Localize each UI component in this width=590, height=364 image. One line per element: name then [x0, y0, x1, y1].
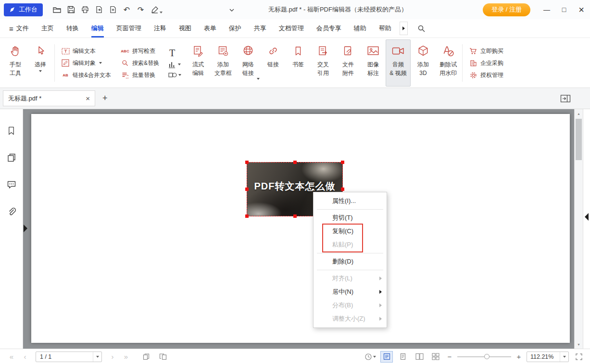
- scroll-down-icon[interactable]: ▼: [575, 341, 583, 348]
- chart-tool[interactable]: [168, 61, 181, 68]
- resize-handle[interactable]: [245, 188, 249, 191]
- edit-text-button[interactable]: 编辑文本: [61, 47, 111, 55]
- menu-share[interactable]: 共享: [248, 19, 273, 38]
- pages-panel-icon[interactable]: [6, 152, 17, 163]
- menu-protect[interactable]: 保护: [223, 19, 248, 38]
- scroll-up-icon[interactable]: ▲: [575, 110, 583, 117]
- zoom-level-box[interactable]: 112.21%: [527, 351, 569, 362]
- menu-paste[interactable]: 粘贴(P): [314, 238, 387, 251]
- menu-file[interactable]: ≡ 文件: [3, 19, 35, 38]
- reading-mode-icon[interactable]: [380, 351, 393, 363]
- menu-properties[interactable]: 属性(I)...: [314, 194, 387, 208]
- bookmarks-panel-icon[interactable]: [6, 125, 17, 137]
- buy-now-button[interactable]: 立即购买: [469, 47, 503, 55]
- cross-reference-button[interactable]: 交叉 引用: [311, 39, 336, 87]
- sidebar-expand-handle[interactable]: [24, 225, 27, 232]
- resize-handle[interactable]: [245, 161, 249, 164]
- save-icon[interactable]: [64, 3, 77, 16]
- shape-tool[interactable]: [168, 72, 181, 78]
- maximize-button[interactable]: □: [555, 0, 573, 19]
- spell-check-button[interactable]: ABC 拼写检查: [121, 47, 159, 55]
- menu-align[interactable]: 对齐(L): [314, 272, 387, 285]
- tab-close-icon[interactable]: ×: [83, 94, 90, 102]
- menu-edit[interactable]: 编辑: [85, 19, 110, 38]
- login-register-button[interactable]: 登录 / 注册: [483, 3, 530, 16]
- sign-tool-icon[interactable]: [148, 3, 161, 16]
- undo-icon[interactable]: ↶: [120, 3, 133, 16]
- single-page-view-icon[interactable]: [397, 351, 409, 363]
- menu-accessibility[interactable]: 辅助: [348, 19, 373, 38]
- facing-page-view-icon[interactable]: [413, 351, 426, 363]
- prev-page-button[interactable]: ‹: [18, 352, 32, 361]
- more-tabs-icon[interactable]: [400, 22, 408, 35]
- add-3d-button[interactable]: 添加 3D: [411, 39, 436, 87]
- web-link-button[interactable]: 网络 链接: [236, 39, 261, 87]
- next-page-button[interactable]: ›: [106, 352, 119, 361]
- flow-edit-button[interactable]: 流式 编辑: [186, 39, 211, 87]
- resize-handle[interactable]: [293, 214, 297, 218]
- menu-delete[interactable]: 删除(D): [314, 255, 387, 268]
- zoom-in-button[interactable]: +: [515, 352, 523, 361]
- menu-cut[interactable]: 剪切(T): [314, 211, 387, 225]
- menu-home[interactable]: 主页: [35, 19, 60, 38]
- link-join-text-button[interactable]: AB 链接&合并文本: [61, 71, 111, 79]
- resize-handle[interactable]: [341, 188, 344, 191]
- menu-doc-manage[interactable]: 文档管理: [273, 19, 310, 38]
- fullscreen-icon[interactable]: [573, 351, 585, 363]
- audio-video-button[interactable]: 音频 & 视频: [386, 39, 411, 87]
- right-panel-handle[interactable]: [585, 213, 589, 221]
- menu-convert[interactable]: 转换: [60, 19, 85, 38]
- new-tab-button[interactable]: +: [102, 93, 108, 103]
- vertical-scrollbar[interactable]: ▲ ▼: [574, 109, 583, 349]
- open-file-icon[interactable]: [50, 3, 63, 16]
- add-text-tool[interactable]: T: [168, 48, 175, 58]
- select-tool-button[interactable]: 选择: [28, 39, 53, 87]
- page-dropdown-icon[interactable]: [93, 352, 101, 362]
- menu-view[interactable]: 视图: [173, 19, 198, 38]
- link-button[interactable]: 链接: [261, 39, 286, 87]
- prev-view-icon[interactable]: [140, 351, 153, 363]
- menu-distribute[interactable]: 分布(B): [314, 299, 387, 312]
- resize-handle[interactable]: [341, 161, 344, 164]
- document-tab[interactable]: 无标题.pdf * ×: [3, 90, 95, 106]
- menu-member[interactable]: 会员专享: [310, 19, 348, 38]
- add-article-box-button[interactable]: 添加 文章框: [211, 39, 236, 87]
- collapse-ribbon-icon[interactable]: [226, 4, 238, 16]
- menu-copy[interactable]: 复制(C): [314, 225, 387, 238]
- attachments-panel-icon[interactable]: [6, 206, 17, 217]
- hand-tool-button[interactable]: 手型 工具: [3, 39, 28, 87]
- page-number-box[interactable]: 1 / 1: [36, 351, 102, 362]
- menu-resize[interactable]: 调整大小(Z): [314, 312, 387, 326]
- menu-help[interactable]: 帮助: [373, 19, 398, 38]
- file-attachment-button[interactable]: 文件 附件: [336, 39, 361, 87]
- zoom-slider[interactable]: [457, 352, 511, 362]
- redo-icon[interactable]: ↷: [134, 3, 147, 16]
- image-annotation-button[interactable]: 图像 标注: [361, 39, 386, 87]
- workspace-button[interactable]: 工作台: [4, 3, 43, 16]
- close-button[interactable]: ×: [573, 0, 590, 19]
- scrollbar-thumb[interactable]: [576, 119, 582, 160]
- menu-center[interactable]: 居中(N): [314, 285, 387, 299]
- history-clock-icon[interactable]: [364, 351, 377, 363]
- zoom-dropdown-icon[interactable]: [560, 352, 568, 362]
- zoom-slider-handle[interactable]: [484, 354, 490, 359]
- menu-page-manage[interactable]: 页面管理: [110, 19, 148, 38]
- menu-form[interactable]: 表单: [198, 19, 223, 38]
- bookmark-button[interactable]: 书签: [286, 39, 311, 87]
- batch-replace-button[interactable]: 批量替换: [121, 71, 159, 79]
- resize-handle[interactable]: [293, 161, 297, 164]
- new-document-icon[interactable]: [106, 3, 119, 16]
- pdf-page[interactable]: PDF转文本怎么做: [31, 114, 570, 343]
- zoom-out-button[interactable]: −: [446, 352, 453, 361]
- document-area[interactable]: PDF转文本怎么做 属性(I)... 剪切(T) 复制(C) 粘贴(P) 删除(…: [23, 109, 583, 349]
- resize-handle[interactable]: [245, 214, 249, 218]
- edit-object-button[interactable]: 编辑对象: [61, 59, 111, 67]
- search-replace-button[interactable]: 搜索&替换: [121, 59, 159, 67]
- print-icon[interactable]: [78, 3, 91, 16]
- remove-trial-watermark-button[interactable]: 删除试 用水印: [436, 39, 461, 87]
- next-view-icon[interactable]: [157, 351, 169, 363]
- enterprise-purchase-button[interactable]: 企业采购: [469, 59, 503, 67]
- first-page-button[interactable]: «: [5, 352, 18, 361]
- menu-comment[interactable]: 注释: [148, 19, 173, 38]
- license-manage-button[interactable]: 授权管理: [469, 71, 503, 79]
